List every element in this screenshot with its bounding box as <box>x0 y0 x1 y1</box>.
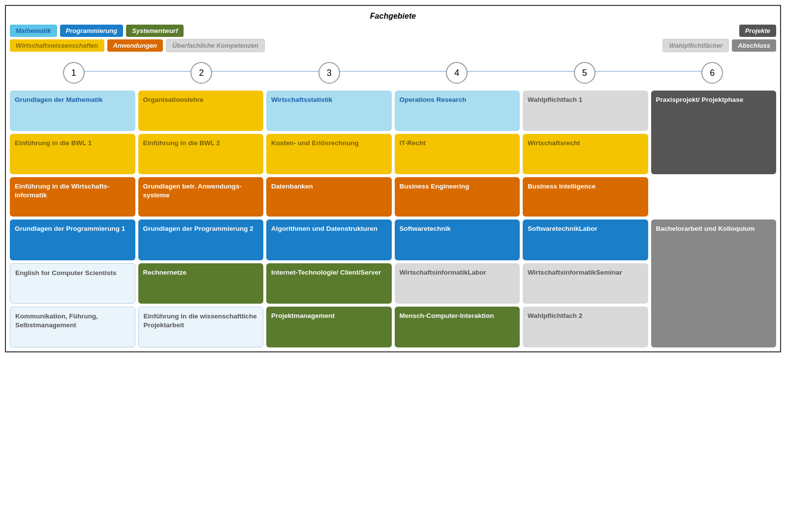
cell-wahlpflicht-2: Wahlpflichtfach 2 <box>523 307 648 347</box>
legend-mathematik: Mathematik <box>10 25 57 37</box>
cell-softwaretechnik: Softwaretechnik <box>395 219 520 260</box>
legend-projekte: Projekte <box>739 25 776 37</box>
cell-wirtschaftsrecht: Wirtschaftsrecht <box>523 134 648 174</box>
cell-business-eng: Business Engineering <box>395 177 520 217</box>
cell-wissenschaftl: Einführung in die wissenschaftliche Proj… <box>138 307 264 347</box>
cell-wahlpflicht-1: Wahlpflichtfach 1 <box>523 91 648 131</box>
cell-mensch-computer: Mensch-Computer-Interaktion <box>395 307 520 347</box>
main-container: Fachgebiete Mathematik Programmierung Sy… <box>5 5 781 352</box>
semester-6-circle: 6 <box>701 62 723 84</box>
cell-org-lehre: Organisations­lehre <box>138 91 264 131</box>
cell-english: English for Computer Scientists <box>10 263 135 304</box>
cell-datenbanken: Datenbanken <box>266 177 392 217</box>
cell-prog2: Grundlagen der Programmierung 2 <box>138 219 264 260</box>
cell-einfuehrung-wi: Einführung in die Wirtschafts­informatik <box>10 177 135 217</box>
legend-row-2: Wirtschaftswissenschaften Anwendungen Üb… <box>10 39 776 52</box>
cell-bwl2: Einführung in die BWL 2 <box>138 134 264 174</box>
legend-anwendungen: Anwendungen <box>107 39 163 52</box>
cell-grundlagen-anw: Grundlagen betr. Anwendungs­systeme <box>138 177 264 217</box>
semester-4-circle: 4 <box>446 62 468 84</box>
cell-kommunikation: Kommunikation, Führung, Selbstmanagement <box>10 307 135 347</box>
cell-wi-labor: Wirtschafts­informatik­Labor <box>395 263 520 304</box>
cell-rechnernetze: Rechnernetze <box>138 263 264 304</box>
legend-row-1: Mathematik Programmierung Systementwurf … <box>10 25 776 37</box>
semester-2-circle: 2 <box>190 62 212 84</box>
cell-bwl1: Einführung in die BWL 1 <box>10 134 135 174</box>
timeline-line <box>71 71 715 72</box>
semester-5-circle: 5 <box>574 62 596 84</box>
semester-1-circle: 1 <box>63 62 85 84</box>
legend-wiwi: Wirtschaftswissenschaften <box>10 39 104 52</box>
legend-abschluss: Abschluss <box>732 39 776 52</box>
cell-ops-research: Operations Research <box>395 91 520 131</box>
cell-wirt-statistik: Wirtschaftsstatistik <box>266 91 392 131</box>
cell-kosten: Kosten- und Erlösrechnung <box>266 134 392 174</box>
legend-ueberfachlich: Überfachliche Kompetenzen <box>166 39 265 52</box>
cell-grundlagen-mathe: Grundlagen der Mathematik <box>10 91 135 131</box>
page-title: Fachgebiete <box>10 10 776 25</box>
cell-bachelorarbeit: Bachelorarbeit und Kolloquium <box>651 219 777 347</box>
cell-algo: Algorithmen und Datenstrukturen <box>266 219 392 260</box>
legend-wahlpflicht: Wahlpflichtfächer <box>662 39 729 52</box>
course-grid: Grundlagen der Mathematik Organisations­… <box>10 91 776 347</box>
cell-business-intel: Business Intelligence <box>523 177 648 217</box>
timeline: 1 2 3 4 5 6 <box>10 54 776 88</box>
cell-sw-labor: Softwaretechnik­Labor <box>523 219 648 260</box>
legend-systementwurf: Systementwurf <box>126 25 184 37</box>
cell-prog1: Grundlagen der Programmierung 1 <box>10 219 135 260</box>
cell-projektmanagement: Projekt­management <box>266 307 392 347</box>
cell-it-recht: IT-Recht <box>395 134 520 174</box>
cell-internet-tech: Internet-Technologie/ Client/Server <box>266 263 392 304</box>
cell-empty-3-6 <box>651 177 777 217</box>
cell-praxisprojekt: Praxisprojekt/ Projektphase <box>651 91 777 174</box>
semester-3-circle: 3 <box>318 62 340 84</box>
cell-wi-seminar: Wirtschafts­informatik­Seminar <box>523 263 648 304</box>
legend-programmierung: Programmierung <box>60 25 124 37</box>
